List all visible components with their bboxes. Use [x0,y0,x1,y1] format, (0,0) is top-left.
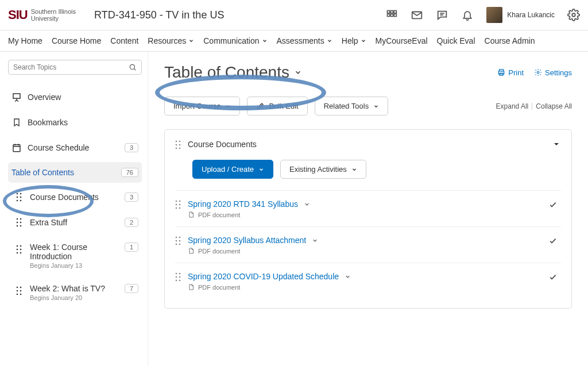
settings-button[interactable]: Settings [534,68,572,77]
sidebar-item-count: 7 [125,284,138,293]
svg-rect-5 [394,14,396,16]
svg-rect-2 [394,11,396,13]
file-icon [188,247,195,255]
gear-icon[interactable] [567,9,580,21]
username: Khara Lukancic [507,11,555,19]
svg-point-52 [179,207,181,209]
sidebar-item-week-1[interactable]: Week 1: Course Introduction Begins Janua… [8,237,142,275]
svg-point-30 [20,252,22,254]
svg-point-19 [17,218,18,220]
file-icon [188,283,195,291]
document-item[interactable]: Spring 2020 RTD 341 Syllabus PDF documen… [175,190,561,226]
sidebar-item-count: 2 [125,218,138,227]
drag-icon[interactable] [175,236,182,245]
drag-icon[interactable] [175,140,182,149]
bookmark-icon [11,117,22,128]
nav-assessments[interactable]: Assessments [277,36,332,45]
collapse-all-button[interactable]: Collapse All [536,102,572,110]
sidebar-item-label: Course Documents [30,193,119,202]
nav-communication[interactable]: Communication [203,36,267,45]
nav-mycourseeval[interactable]: MyCourseEval [376,36,428,45]
module-header[interactable]: Course Documents [175,139,561,149]
chevron-down-icon [373,103,379,109]
svg-point-50 [179,204,181,206]
drag-icon [14,217,24,228]
check-icon [548,200,558,209]
sidebar-item-overview[interactable]: Overview [8,86,142,108]
svg-point-57 [176,244,177,245]
document-type: PDF document [198,211,240,218]
nav-content[interactable]: Content [110,36,138,45]
svg-point-53 [176,237,177,238]
existing-activities-button[interactable]: Existing Activities [280,160,366,179]
drag-icon[interactable] [175,200,182,209]
document-item[interactable]: Spring 2020 Syllabus Attachment PDF docu… [175,226,561,263]
chevron-down-icon[interactable] [345,274,351,280]
svg-point-10 [130,64,134,69]
sidebar-item-course-schedule[interactable]: Course Schedule 3 [8,137,142,159]
nav-course-admin[interactable]: Course Admin [485,36,535,45]
svg-point-14 [20,193,22,195]
chevron-down-icon [258,167,264,172]
chevron-down-icon[interactable] [304,201,310,207]
check-icon [548,236,558,245]
sidebar-item-count: 3 [125,143,138,152]
drag-icon[interactable] [175,272,182,282]
chevron-down-icon [188,38,194,44]
nav-help[interactable]: Help [342,36,366,45]
calendar-icon [11,143,22,153]
search-box[interactable] [8,60,142,75]
svg-point-41 [176,141,177,143]
svg-point-25 [17,245,18,247]
sidebar-item-label: Week 1: Course Introduction Begins Janua… [30,243,119,269]
import-course-button[interactable]: Import Course [164,97,240,116]
related-tools-button[interactable]: Related Tools [315,97,389,116]
sidebar-item-extra-stuff[interactable]: Extra Stuff 2 [8,211,142,233]
nav-course-home[interactable]: Course Home [52,36,101,45]
chevron-down-icon[interactable] [312,237,318,244]
svg-point-60 [179,273,181,275]
bulk-edit-button[interactable]: Bulk Edit [247,97,307,116]
chat-icon[interactable] [436,9,448,21]
page-title[interactable]: Table of Contents [164,63,302,82]
svg-point-26 [20,245,22,247]
document-title[interactable]: Spring 2020 RTD 341 Syllabus [188,199,310,209]
nav-my-home[interactable]: My Home [8,36,42,45]
svg-point-35 [17,294,18,295]
svg-rect-11 [13,94,20,98]
edit-icon [256,102,264,110]
svg-rect-3 [388,14,390,16]
apps-icon[interactable] [385,9,398,21]
collapse-icon[interactable] [552,141,561,148]
sidebar-item-count: 76 [121,168,138,177]
sidebar-item-table-of-contents[interactable]: Table of Contents 76 [8,162,142,183]
search-input[interactable] [13,63,129,71]
svg-point-44 [179,144,181,146]
svg-rect-0 [388,11,390,13]
svg-point-27 [17,249,18,251]
svg-point-29 [17,252,18,254]
expand-all-button[interactable]: Expand All [496,102,529,110]
course-title[interactable]: RTD-341-950 - TV in the US [94,9,224,21]
user-menu[interactable]: Khara Lukancic [486,7,555,23]
sidebar-item-bookmarks[interactable]: Bookmarks [8,111,142,133]
mail-icon[interactable] [411,9,423,21]
svg-point-24 [20,225,22,227]
svg-point-55 [176,240,177,242]
sidebar-item-week-2[interactable]: Week 2: What is TV? Begins January 20 7 [8,278,142,307]
document-title[interactable]: Spring 2020 Syllabus Attachment [188,236,318,245]
module-course-documents: Course Documents Upload / Create Existin… [164,129,572,309]
nav-quick-eval[interactable]: Quick Eval [437,36,475,45]
document-title[interactable]: Spring 2020 COVID-19 Updated Schedule [188,272,351,281]
print-button[interactable]: Print [497,68,524,77]
logo[interactable]: SIU Southern Illinois University [8,7,76,22]
nav-resources[interactable]: Resources [148,36,194,45]
bell-icon[interactable] [461,9,474,21]
sidebar-item-course-documents[interactable]: Course Documents 3 [8,186,142,208]
sidebar-item-label: Week 2: What is TV? Begins January 20 [30,284,119,301]
svg-point-34 [20,290,22,292]
upload-create-button[interactable]: Upload / Create [192,160,273,179]
svg-point-28 [20,249,22,251]
document-item[interactable]: Spring 2020 COVID-19 Updated Schedule PD… [175,263,561,299]
svg-point-17 [17,200,18,202]
